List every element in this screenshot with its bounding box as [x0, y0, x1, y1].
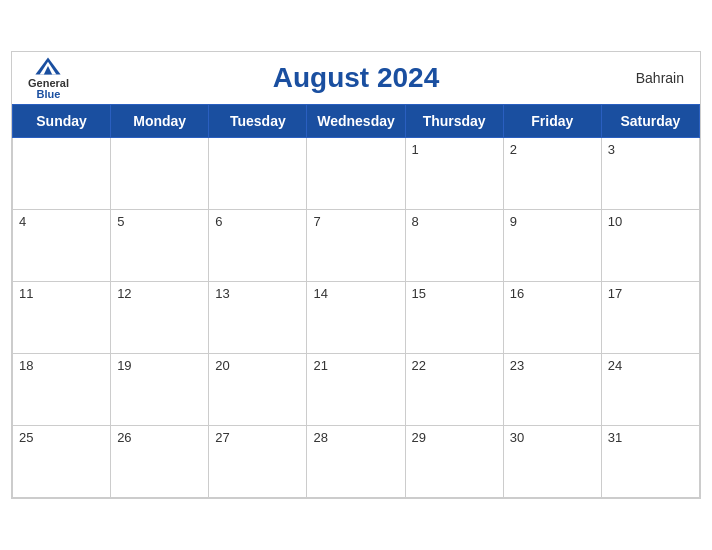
calendar-cell: 12	[111, 282, 209, 354]
week-row-2: 45678910	[13, 210, 700, 282]
calendar-cell: 25	[13, 426, 111, 498]
day-number: 23	[510, 358, 524, 373]
calendar-cell: 5	[111, 210, 209, 282]
calendar-table: SundayMondayTuesdayWednesdayThursdayFrid…	[12, 104, 700, 498]
calendar-cell	[13, 138, 111, 210]
calendar-cell	[111, 138, 209, 210]
calendar-cell: 22	[405, 354, 503, 426]
day-number: 26	[117, 430, 131, 445]
day-number: 11	[19, 286, 33, 301]
country-label: Bahrain	[636, 70, 684, 86]
calendar-cell: 17	[601, 282, 699, 354]
day-number: 31	[608, 430, 622, 445]
day-number: 17	[608, 286, 622, 301]
day-number: 22	[412, 358, 426, 373]
calendar-cell	[209, 138, 307, 210]
calendar-cell: 10	[601, 210, 699, 282]
calendar-cell: 30	[503, 426, 601, 498]
logo-icon	[34, 56, 62, 76]
calendar-cell: 13	[209, 282, 307, 354]
calendar-cell: 14	[307, 282, 405, 354]
calendar-cell: 19	[111, 354, 209, 426]
week-row-1: 123	[13, 138, 700, 210]
week-row-3: 11121314151617	[13, 282, 700, 354]
calendar-cell: 15	[405, 282, 503, 354]
day-number: 20	[215, 358, 229, 373]
week-row-4: 18192021222324	[13, 354, 700, 426]
calendar-cell: 29	[405, 426, 503, 498]
calendar-title: August 2024	[273, 62, 440, 94]
calendar-cell: 23	[503, 354, 601, 426]
calendar-cell: 20	[209, 354, 307, 426]
day-number: 2	[510, 142, 517, 157]
day-number: 25	[19, 430, 33, 445]
day-header-wednesday: Wednesday	[307, 105, 405, 138]
day-number: 15	[412, 286, 426, 301]
day-number: 29	[412, 430, 426, 445]
day-header-friday: Friday	[503, 105, 601, 138]
calendar-cell: 27	[209, 426, 307, 498]
calendar-cell: 3	[601, 138, 699, 210]
calendar-cell: 31	[601, 426, 699, 498]
calendar-cell: 18	[13, 354, 111, 426]
day-number: 10	[608, 214, 622, 229]
calendar-cell: 21	[307, 354, 405, 426]
day-number: 24	[608, 358, 622, 373]
calendar: General Blue August 2024 Bahrain SundayM…	[11, 51, 701, 499]
day-number: 27	[215, 430, 229, 445]
day-number: 19	[117, 358, 131, 373]
day-header-sunday: Sunday	[13, 105, 111, 138]
day-number: 14	[313, 286, 327, 301]
calendar-cell: 4	[13, 210, 111, 282]
day-number: 30	[510, 430, 524, 445]
calendar-cell: 11	[13, 282, 111, 354]
logo-blue: Blue	[37, 89, 61, 100]
calendar-cell: 7	[307, 210, 405, 282]
calendar-cell: 26	[111, 426, 209, 498]
calendar-cell: 6	[209, 210, 307, 282]
calendar-cell	[307, 138, 405, 210]
day-number: 9	[510, 214, 517, 229]
day-header-thursday: Thursday	[405, 105, 503, 138]
day-number: 12	[117, 286, 131, 301]
calendar-cell: 9	[503, 210, 601, 282]
day-number: 4	[19, 214, 26, 229]
day-number: 28	[313, 430, 327, 445]
calendar-cell: 2	[503, 138, 601, 210]
days-header-row: SundayMondayTuesdayWednesdayThursdayFrid…	[13, 105, 700, 138]
day-number: 16	[510, 286, 524, 301]
calendar-header: General Blue August 2024 Bahrain	[12, 52, 700, 104]
day-number: 3	[608, 142, 615, 157]
day-number: 6	[215, 214, 222, 229]
logo: General Blue	[28, 56, 69, 100]
calendar-cell: 8	[405, 210, 503, 282]
calendar-cell: 24	[601, 354, 699, 426]
day-header-tuesday: Tuesday	[209, 105, 307, 138]
calendar-cell: 28	[307, 426, 405, 498]
day-header-saturday: Saturday	[601, 105, 699, 138]
day-number: 7	[313, 214, 320, 229]
day-number: 1	[412, 142, 419, 157]
week-row-5: 25262728293031	[13, 426, 700, 498]
calendar-cell: 1	[405, 138, 503, 210]
day-number: 13	[215, 286, 229, 301]
day-header-monday: Monday	[111, 105, 209, 138]
day-number: 5	[117, 214, 124, 229]
day-number: 18	[19, 358, 33, 373]
calendar-cell: 16	[503, 282, 601, 354]
day-number: 8	[412, 214, 419, 229]
day-number: 21	[313, 358, 327, 373]
